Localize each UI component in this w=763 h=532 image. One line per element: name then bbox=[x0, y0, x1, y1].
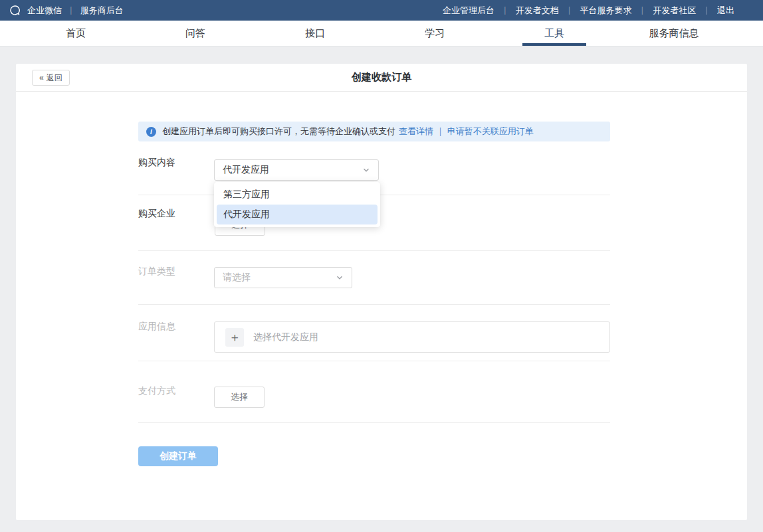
topbar-separator: ｜ bbox=[566, 5, 574, 16]
tab-home[interactable]: 首页 bbox=[16, 21, 136, 46]
purchase-content-dropdown: 第三方应用 代开发应用 bbox=[214, 182, 380, 227]
purchase-company-label: 购买企业 bbox=[138, 207, 175, 220]
topbar-link-logout[interactable]: 退出 bbox=[717, 5, 734, 17]
pay-method-label: 支付方式 bbox=[138, 384, 175, 397]
tab-learn[interactable]: 学习 bbox=[375, 21, 494, 46]
order-type-select[interactable]: 请选择 bbox=[214, 267, 352, 288]
active-tab-underline bbox=[522, 43, 586, 46]
topbar-link-developer-community[interactable]: 开发者社区 bbox=[653, 5, 696, 17]
dropdown-option-third-party[interactable]: 第三方应用 bbox=[217, 185, 378, 205]
tab-tools[interactable]: 工具 bbox=[494, 21, 614, 46]
choose-pay-method-button[interactable]: 选择 bbox=[214, 387, 265, 408]
order-type-label: 订单类型 bbox=[138, 264, 175, 278]
info-icon: i bbox=[146, 127, 156, 137]
plus-icon[interactable]: ＋ bbox=[225, 328, 244, 347]
info-banner: i 创建应用订单后即可购买接口许可，无需等待企业确认或支付 查看详情 ｜ 申请暂… bbox=[138, 122, 610, 141]
topbar-separator: ｜ bbox=[638, 5, 646, 16]
main-nav: 首页 问答 接口 学习 工具 服务商信息 bbox=[0, 21, 763, 46]
app-info-label: 应用信息 bbox=[138, 319, 175, 333]
chevron-down-icon bbox=[336, 274, 344, 282]
row-divider bbox=[138, 304, 610, 305]
back-chevrons-icon: « bbox=[39, 73, 44, 82]
topbar-link-platform-requirements[interactable]: 平台服务要求 bbox=[580, 5, 631, 17]
product-label[interactable]: 服务商后台 bbox=[80, 5, 124, 17]
purchase-content-label: 购买内容 bbox=[138, 155, 175, 169]
tab-qa[interactable]: 问答 bbox=[136, 21, 255, 46]
topbar-link-enterprise-admin[interactable]: 企业管理后台 bbox=[443, 5, 494, 17]
tab-provider-info[interactable]: 服务商信息 bbox=[614, 21, 734, 46]
view-details-link[interactable]: 查看详情 bbox=[399, 126, 433, 137]
banner-text: 创建应用订单后即可购买接口许可，无需等待企业确认或支付 bbox=[162, 126, 395, 137]
topbar-separator: ｜ bbox=[67, 5, 75, 16]
topbar-separator: ｜ bbox=[703, 5, 710, 16]
select-app-placeholder: 选择代开发应用 bbox=[253, 331, 318, 343]
create-order-button[interactable]: 创建订单 bbox=[138, 446, 218, 466]
row-divider bbox=[138, 361, 610, 361]
tab-api[interactable]: 接口 bbox=[255, 21, 375, 46]
brand-label[interactable]: 企业微信 bbox=[27, 5, 62, 17]
page-title: 创建收款订单 bbox=[352, 71, 411, 84]
create-order-card: « 返回 创建收款订单 i 创建应用订单后即可购买接口许可，无需等待企业确认或支… bbox=[16, 64, 747, 520]
topbar: 企业微信 ｜ 服务商后台 企业管理后台 ｜ 开发者文档 ｜ 平台服务要求 ｜ 开… bbox=[0, 0, 763, 21]
card-header: « 返回 创建收款订单 bbox=[16, 64, 747, 92]
row-divider bbox=[138, 250, 610, 251]
banner-separator: ｜ bbox=[436, 126, 445, 137]
form-content: i 创建应用订单后即可购买接口许可，无需等待企业确认或支付 查看详情 ｜ 申请暂… bbox=[16, 92, 747, 520]
purchase-content-select[interactable]: 代开发应用 bbox=[214, 159, 379, 181]
topbar-link-developer-docs[interactable]: 开发者文档 bbox=[516, 5, 559, 17]
row-divider bbox=[138, 422, 610, 423]
topbar-separator: ｜ bbox=[501, 5, 509, 16]
apply-unlinked-order-link[interactable]: 申请暂不关联应用订单 bbox=[447, 126, 534, 137]
chevron-down-icon bbox=[362, 166, 370, 174]
dropdown-option-proxy-dev[interactable]: 代开发应用 bbox=[217, 205, 378, 224]
select-app-box[interactable]: ＋ 选择代开发应用 bbox=[214, 321, 610, 353]
back-button[interactable]: « 返回 bbox=[32, 70, 70, 86]
wechat-work-logo-icon bbox=[9, 5, 21, 16]
